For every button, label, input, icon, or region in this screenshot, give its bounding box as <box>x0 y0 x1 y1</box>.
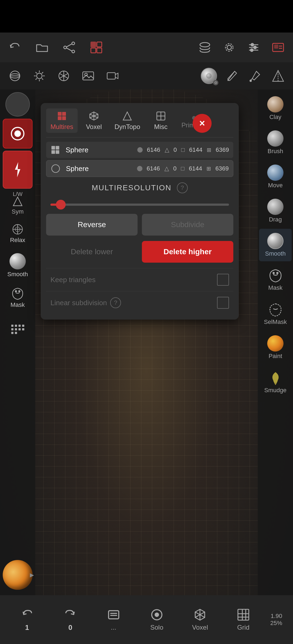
svg-line-4 <box>66 48 72 51</box>
sphere-btn[interactable] <box>5 66 24 85</box>
relax-label: Relax <box>10 237 25 244</box>
sphere-stats-inactive: 6146 △ 0 □ 6144 ⊞ 6369 <box>137 146 229 153</box>
toolbar-right <box>195 38 288 57</box>
linear-subdivision-checkbox[interactable] <box>217 297 229 309</box>
version-info: 1.90 25% <box>270 613 282 627</box>
svg-rect-59 <box>15 328 17 330</box>
lightning-btn[interactable] <box>3 151 33 189</box>
share-icon[interactable] <box>60 38 79 57</box>
grid-label: Grid <box>237 624 249 631</box>
aperture-icon[interactable] <box>54 66 73 85</box>
brush-label: Brush <box>267 148 283 155</box>
svg-rect-81 <box>56 150 59 154</box>
svg-point-15 <box>251 43 254 46</box>
voxel-tab-label: Voxel <box>86 123 102 131</box>
smooth-btn-left[interactable]: Smooth <box>3 250 33 280</box>
subdivide-button[interactable]: Subdivide <box>142 214 233 236</box>
move-label: Move <box>268 182 283 189</box>
svg-line-32 <box>42 72 43 73</box>
redo-btn-bottom[interactable]: 0 <box>54 608 87 632</box>
selmask-btn-right[interactable]: SelMask <box>259 297 292 330</box>
sphere-num3-inactive: 6144 <box>189 146 202 153</box>
voxel-btn-bottom[interactable]: Voxel <box>184 608 216 631</box>
smooth-icon-right <box>267 233 284 249</box>
slider-track[interactable] <box>50 204 229 206</box>
dotted-btn-left[interactable] <box>3 314 33 344</box>
stack-icon[interactable] <box>195 38 214 57</box>
mask-btn-right[interactable]: Mask <box>259 263 292 295</box>
delete-higher-button[interactable]: Delete higher <box>142 241 233 263</box>
svg-marker-44 <box>273 70 284 81</box>
light-icon[interactable] <box>30 66 49 85</box>
sphere-row-active[interactable]: Sphere 6146 △ 0 □ 6144 ⊞ 6369 <box>46 160 233 177</box>
grid-btn-bottom[interactable]: Grid <box>227 608 260 631</box>
modal-close-button[interactable]: × <box>193 114 212 133</box>
brush-btn[interactable]: Brush <box>259 126 292 159</box>
misc-tab-label: Misc <box>154 123 167 131</box>
sliders-icon[interactable] <box>244 38 263 57</box>
move-icon <box>267 165 284 181</box>
svg-rect-69 <box>62 116 66 120</box>
selmask-right-label: SelMask <box>264 318 287 326</box>
selmask-icon-right <box>267 301 284 317</box>
mask-btn-left[interactable]: Mask <box>3 282 33 312</box>
slider-container[interactable] <box>46 201 233 208</box>
smudge-btn-right[interactable]: Smudge <box>259 365 292 398</box>
video-icon[interactable] <box>103 66 122 85</box>
settings-icon[interactable] <box>220 38 239 57</box>
keep-triangles-checkbox[interactable] <box>217 274 229 286</box>
move-btn[interactable]: Move <box>259 160 292 193</box>
relax-btn[interactable]: Relax <box>3 218 33 248</box>
sphere-row-inactive[interactable]: Sphere 6146 △ 0 □ 6144 ⊞ 6369 <box>46 142 233 158</box>
sphere-num2-inactive: 0 <box>174 146 177 153</box>
svg-rect-80 <box>52 150 55 154</box>
drag-btn[interactable]: Drag <box>259 195 292 227</box>
svg-point-53 <box>19 291 20 292</box>
multires-tab[interactable]: Multires <box>46 108 78 133</box>
reverse-button[interactable]: Reverse <box>46 214 138 236</box>
eyedrop-icon[interactable] <box>246 66 265 85</box>
undo-btn-bottom[interactable]: 1 <box>11 608 43 632</box>
folder-icon[interactable] <box>33 38 52 57</box>
delete-lower-button[interactable]: Delete lower <box>46 241 138 263</box>
voxel-tab[interactable]: Voxel <box>80 108 107 133</box>
mask-left-label: Mask <box>11 301 25 308</box>
undo-icon[interactable] <box>5 38 24 57</box>
record-btn[interactable] <box>3 119 33 149</box>
sphere-row-icon <box>50 145 60 155</box>
svg-rect-55 <box>15 325 17 327</box>
layers-icon[interactable] <box>87 38 106 57</box>
smooth-btn-right[interactable]: Smooth <box>259 229 292 261</box>
svg-rect-62 <box>11 332 13 334</box>
clay-btn[interactable]: Clay <box>259 92 292 125</box>
svg-rect-92 <box>238 609 249 620</box>
sym-btn[interactable]: Sym <box>3 195 33 216</box>
svg-point-82 <box>52 165 60 173</box>
menu-btn-bottom[interactable]: ... <box>97 608 130 631</box>
voxel-label: Voxel <box>192 624 208 631</box>
svg-point-25 <box>37 73 42 79</box>
svg-marker-46 <box>15 162 20 177</box>
active-brush-icon[interactable]: ⚙ <box>199 66 218 85</box>
sphere-num1-active: 6146 <box>147 165 160 172</box>
paint-btn-right[interactable]: Paint <box>259 331 292 364</box>
sphere-preview-left[interactable]: ▶ <box>3 560 33 590</box>
menu-label: ... <box>111 624 116 631</box>
svg-point-9 <box>200 43 210 47</box>
multiresolution-help-icon[interactable]: ? <box>177 182 188 193</box>
pen-icon[interactable] <box>222 66 241 85</box>
misc-tab[interactable]: Misc <box>147 108 174 133</box>
top-circle-btn[interactable] <box>5 92 30 117</box>
solo-btn-bottom[interactable]: Solo <box>141 608 173 631</box>
slider-thumb[interactable] <box>56 200 66 210</box>
linear-subdivision-help-icon[interactable]: ? <box>110 297 121 308</box>
svg-line-33 <box>36 78 37 80</box>
keep-triangles-row: Keep triangles <box>46 268 233 291</box>
modal-panel: Multires Voxel DynTopo Misc <box>41 103 239 320</box>
scene-icon[interactable] <box>269 38 288 57</box>
mask-icon-right <box>267 267 284 283</box>
symmetry-icon[interactable] <box>269 66 288 85</box>
second-toolbar: ⚙ <box>0 62 293 89</box>
image-icon[interactable] <box>79 66 98 85</box>
dyntopo-tab[interactable]: DynTopo <box>110 108 145 133</box>
